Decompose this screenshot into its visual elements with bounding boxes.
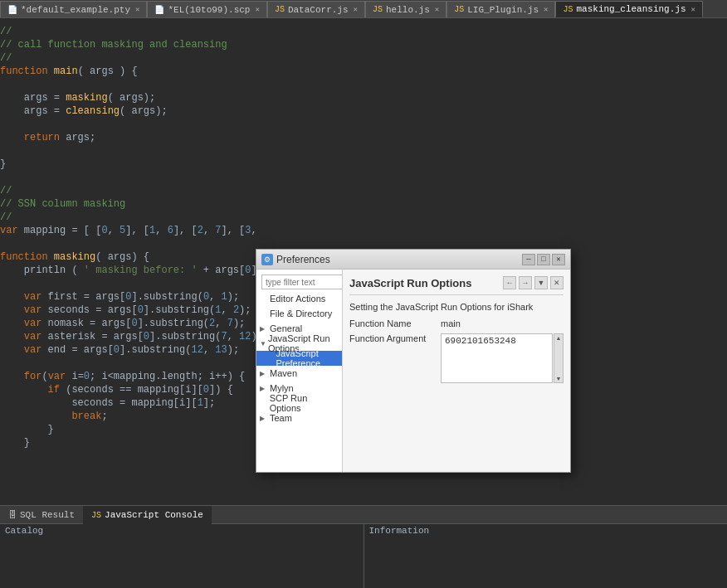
tree-label: Team — [270, 413, 292, 423]
function-name-row: Function Name main — [349, 318, 564, 328]
tree-item-file-directory[interactable]: File & Directory — [256, 306, 342, 321]
js-icon: JS — [91, 511, 101, 520]
function-argument-label: Function Argument — [349, 333, 441, 343]
dialog-main: JavaScript Run Options ← → ▼ ✕ Setting t… — [343, 270, 570, 472]
dialog-titlebar: ⚙ Preferences — □ ✕ — [256, 250, 570, 270]
preferences-dialog: ⚙ Preferences — □ ✕ Editor Actions File … — [256, 249, 571, 473]
scroll-down-icon: ▼ — [556, 376, 562, 381]
js-file-icon: JS — [454, 5, 464, 14]
bottom-tab-bar: 🗄 SQL Result JS JavaScript Console — [0, 506, 727, 524]
dialog-body: Editor Actions File & Directory ▶ Genera… — [256, 270, 570, 472]
tree-label: General — [270, 323, 302, 333]
tab-label: SQL Result — [20, 510, 75, 520]
tree-arrow-expand: ▶ — [260, 415, 268, 422]
nav-dropdown-button[interactable]: ▼ — [534, 276, 548, 289]
tab-label: DataCorr.js — [288, 5, 349, 15]
tab-label: LIG_Plugin.js — [467, 5, 539, 15]
file-icon: 📄 — [154, 5, 164, 15]
tab-sql-result[interactable]: 🗄 SQL Result — [0, 506, 83, 524]
tab-close-icon[interactable]: ✕ — [255, 5, 259, 14]
function-argument-row: Function Argument 6902101653248 ▲ ▼ — [349, 333, 564, 383]
nav-close-button[interactable]: ✕ — [550, 276, 564, 289]
bottom-content: Catalog Information — [0, 524, 727, 588]
code-editor[interactable]: // // call function masking and cleansin… — [0, 18, 257, 466]
catalog-label: Catalog — [5, 526, 43, 536]
tab-close-icon[interactable]: ✕ — [435, 5, 439, 14]
dialog-title-left: ⚙ Preferences — [261, 254, 330, 265]
function-argument-input[interactable]: 6902101653248 — [441, 333, 553, 383]
tab-label: *EL(10to99).scp — [168, 5, 250, 15]
tree-arrow-expand: ▶ — [260, 325, 268, 333]
js-file-icon: JS — [563, 5, 573, 14]
dialog-controls: — □ ✕ — [522, 254, 565, 265]
tab-default-example[interactable]: 📄 *default_example.pty ✕ — [0, 1, 147, 17]
tab-datacorr[interactable]: JS DataCorr.js ✕ — [267, 1, 365, 17]
information-label: Information — [369, 526, 430, 536]
preferences-icon: ⚙ — [261, 254, 273, 265]
bottom-panel: 🗄 SQL Result JS JavaScript Console Catal… — [0, 505, 727, 588]
tab-close-icon[interactable]: ✕ — [691, 5, 695, 14]
textarea-scrollbar[interactable]: ▲ ▼ — [554, 333, 564, 383]
function-name-value: main — [441, 318, 461, 328]
tree-label: SCP Run Options — [270, 393, 339, 413]
js-file-icon: JS — [275, 5, 285, 14]
tree-item-editor-actions[interactable]: Editor Actions — [256, 291, 342, 306]
minimize-button[interactable]: — — [522, 254, 535, 265]
tab-label: *default_example.pty — [21, 5, 130, 15]
js-file-icon: JS — [373, 5, 383, 14]
tree-label: File & Directory — [270, 309, 332, 318]
tab-masking-cleansing[interactable]: JS masking_cleansing.js ✕ — [555, 1, 702, 17]
dialog-nav-buttons: ← → ▼ ✕ — [503, 276, 564, 289]
tab-close-icon[interactable]: ✕ — [354, 5, 358, 14]
tab-hello[interactable]: JS hello.js ✕ — [365, 1, 446, 17]
maximize-button[interactable]: □ — [537, 254, 550, 265]
dialog-description: Setting the JavaScript Run Options for i… — [349, 302, 564, 312]
tab-close-icon[interactable]: ✕ — [135, 5, 139, 14]
tab-close-icon[interactable]: ✕ — [544, 5, 548, 14]
tree-arrow-expand: ▼ — [260, 340, 266, 347]
tab-el[interactable]: 📄 *EL(10to99).scp ✕ — [147, 1, 266, 17]
tab-label: hello.js — [386, 5, 430, 15]
nav-back-button[interactable]: ← — [503, 276, 516, 289]
nav-forward-button[interactable]: → — [519, 276, 532, 289]
tree-label: Editor Actions — [270, 294, 325, 304]
function-name-label: Function Name — [349, 318, 441, 328]
catalog-col: Catalog — [0, 524, 364, 588]
tree-label: Mylyn — [270, 383, 294, 393]
dialog-sidebar: Editor Actions File & Directory ▶ Genera… — [256, 270, 343, 472]
dialog-section-title: JavaScript Run Options — [349, 277, 471, 289]
tab-label: masking_cleansing.js — [577, 4, 686, 14]
tree-arrow-expand: ▶ — [260, 385, 268, 392]
information-col: Information — [364, 524, 728, 588]
tab-bar: 📄 *default_example.pty ✕ 📄 *EL(10to99).s… — [0, 0, 727, 18]
editor-area: // // call function masking and cleansin… — [0, 18, 727, 523]
tree-item-scp-run[interactable]: SCP Run Options — [256, 396, 342, 411]
tab-js-console[interactable]: JS JavaScript Console — [83, 506, 212, 524]
dialog-title: Preferences — [276, 254, 330, 265]
tree-label: JavaScript Preference — [276, 348, 339, 368]
tab-lig-plugin[interactable]: JS LIG_Plugin.js ✕ — [446, 1, 555, 17]
file-icon: 📄 — [7, 5, 17, 15]
tree-label: Maven — [270, 368, 297, 378]
tab-label: JavaScript Console — [105, 510, 203, 520]
close-button[interactable]: ✕ — [552, 254, 565, 265]
filter-input[interactable] — [261, 275, 343, 289]
function-argument-area: 6902101653248 ▲ ▼ — [441, 333, 564, 383]
tree-arrow-expand: ▶ — [260, 370, 268, 377]
db-icon: 🗄 — [8, 510, 17, 520]
scroll-up-icon: ▲ — [556, 335, 562, 341]
